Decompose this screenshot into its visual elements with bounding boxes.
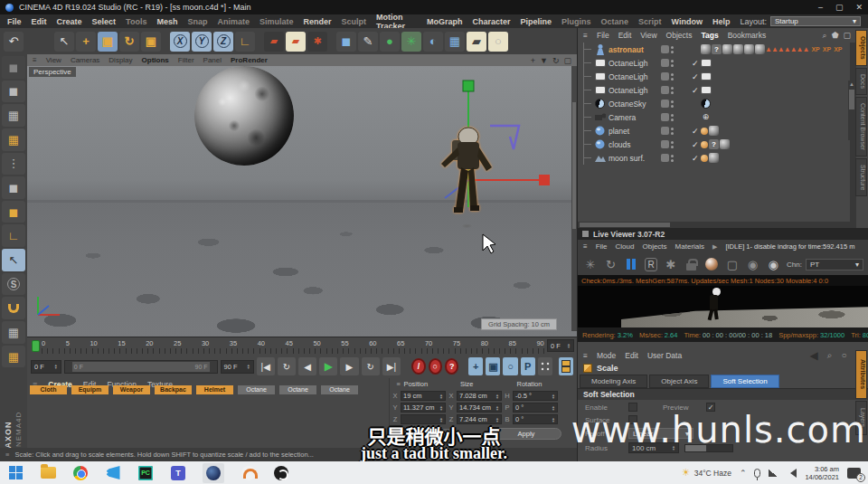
workplane-lock-button[interactable] (2, 321, 25, 344)
menu-pipeline[interactable]: Pipeline (520, 17, 552, 26)
spline-pen-button[interactable] (358, 32, 378, 52)
scale-tool-button[interactable] (98, 32, 118, 52)
attr-scrollbar[interactable] (848, 81, 855, 140)
vp-menu-cameras[interactable]: Cameras (71, 56, 99, 64)
menu-file[interactable]: File (7, 17, 22, 26)
points-mode-button[interactable] (2, 153, 25, 176)
om-menu-view[interactable]: View (640, 31, 656, 40)
minimize-button[interactable] (818, 3, 823, 12)
position-y-field[interactable]: 11.327 cm (401, 403, 446, 413)
om-menu-tags[interactable]: Tags (701, 31, 718, 40)
play-button[interactable] (319, 357, 337, 375)
render-preview[interactable] (578, 286, 868, 327)
editor-toggle[interactable] (661, 140, 669, 148)
vp-menu-display[interactable]: Display (108, 56, 132, 64)
channel-dropdown[interactable]: PT (806, 259, 863, 270)
attr-menu-userdata[interactable]: User Data (647, 351, 682, 360)
obs-button[interactable] (273, 465, 289, 481)
rotate-tool-button[interactable] (119, 32, 139, 52)
undo-button[interactable] (4, 32, 24, 52)
compositing-tag-icon[interactable]: ? (709, 139, 719, 149)
search-icon[interactable] (823, 31, 827, 41)
lv-menu-materials[interactable]: Materials (675, 242, 704, 251)
object-row-planet[interactable]: planet (578, 124, 856, 138)
key-scale-button[interactable] (486, 357, 500, 375)
panel-menu-icon[interactable] (583, 31, 588, 40)
key-parameter-button[interactable]: P (521, 357, 535, 375)
timeline-ruler[interactable]: 05 1015 2025 3035 4045 5055 6065 7075 80… (27, 337, 577, 355)
search-icon[interactable] (827, 350, 833, 361)
menu-simulate[interactable]: Simulate (259, 17, 294, 26)
focus-picker-button[interactable] (725, 257, 740, 272)
cinema4d-taskbar-button[interactable] (203, 463, 224, 483)
position-x-field[interactable]: 19 cm (401, 391, 446, 401)
camera-button[interactable] (467, 32, 486, 52)
record-keyframe-button[interactable] (411, 358, 425, 375)
menu-select[interactable]: Select (92, 17, 117, 26)
panel-menu-icon[interactable] (583, 242, 588, 251)
keyframe-selection-button[interactable] (445, 358, 458, 375)
soft-selection-section[interactable]: Soft Selection (578, 388, 868, 400)
y-axis-lock-button[interactable]: Y (192, 32, 212, 52)
tab-object-axis[interactable]: Object Axis (649, 375, 709, 388)
object-row-clouds[interactable]: clouds ? (578, 138, 856, 151)
object-row-octanelight-3[interactable]: OctaneLigh (578, 83, 856, 97)
light-tag-icon[interactable] (701, 86, 712, 94)
attr-menu-mode[interactable]: Mode (597, 351, 616, 360)
menu-mesh[interactable]: Mesh (156, 17, 177, 26)
tray-expand-icon[interactable] (740, 469, 747, 478)
teams-button[interactable]: T (170, 465, 186, 481)
edges-mode-button[interactable] (2, 176, 25, 199)
editor-toggle[interactable] (661, 100, 669, 108)
magnet-snap-button[interactable] (2, 297, 25, 319)
goto-start-button[interactable] (257, 357, 275, 375)
render-view-button[interactable] (264, 32, 284, 52)
camera-target-tag-icon[interactable] (701, 112, 711, 122)
tab-objects[interactable]: Objects (855, 30, 867, 66)
rotate-view-icon[interactable] (552, 56, 560, 65)
om-horizontal-scrollbar[interactable] (578, 222, 856, 228)
menu-tools[interactable]: Tools (126, 17, 146, 26)
texture-tag-icon[interactable] (709, 153, 719, 163)
refresh-button[interactable] (604, 257, 618, 272)
phong-tag-icon[interactable] (701, 141, 708, 148)
astronaut-object[interactable] (389, 73, 561, 281)
maximize-button[interactable] (835, 3, 844, 12)
sky-tag-icon[interactable] (701, 99, 711, 109)
editor-toggle[interactable] (661, 154, 669, 162)
make-editable-button[interactable] (2, 56, 25, 79)
menu-script[interactable]: Script (638, 17, 662, 26)
astronaut-tags[interactable]: ? XPXPXP (701, 44, 842, 54)
material-picker-button[interactable] (704, 257, 719, 272)
size-x-field[interactable]: 7.028 cm (457, 391, 502, 401)
object-row-camera[interactable]: Camera (578, 110, 856, 124)
tab-content-browser[interactable]: Content Browser (855, 97, 867, 157)
pan-view-icon[interactable] (531, 56, 535, 65)
add-cube-button[interactable] (336, 32, 356, 52)
om-menu-bookmarks[interactable]: Bookmarks (728, 31, 767, 40)
viewport-scene[interactable]: Grid Spacing: 10 cm (27, 66, 577, 337)
status-menu-icon[interactable] (5, 451, 9, 459)
tab-modeling-axis[interactable]: Modeling Axis (580, 375, 647, 388)
menu-snap[interactable]: Snap (187, 17, 207, 26)
rotation-b-field[interactable]: 0 ° (513, 414, 558, 424)
vp-menu-view[interactable]: View (46, 56, 61, 64)
close-button[interactable] (855, 3, 863, 12)
viewport-solo-button[interactable] (2, 249, 25, 271)
z-axis-lock-button[interactable]: Z (213, 32, 233, 52)
object-row-octanesky[interactable]: OctaneSky (578, 97, 856, 110)
panel-menu-icon[interactable] (393, 380, 403, 388)
key-rotation-button[interactable] (503, 357, 517, 375)
weather-widget[interactable]: 34°C Haze (682, 467, 731, 479)
toggle-view-icon[interactable] (563, 56, 571, 65)
history-back-icon[interactable] (810, 349, 818, 362)
menu-window[interactable]: Window (672, 17, 703, 26)
editor-toggle[interactable] (661, 127, 669, 135)
menu-sculpt[interactable]: Sculpt (341, 17, 366, 26)
loop-button[interactable] (362, 357, 380, 375)
tab-attributes[interactable]: Attributes (855, 350, 867, 399)
tab-docs[interactable]: Docs (855, 68, 867, 95)
region-render-button[interactable]: R (645, 258, 657, 271)
preview-range-slider[interactable]: 0 F90 F (64, 360, 218, 374)
menu-octane[interactable]: Octane (601, 17, 629, 26)
